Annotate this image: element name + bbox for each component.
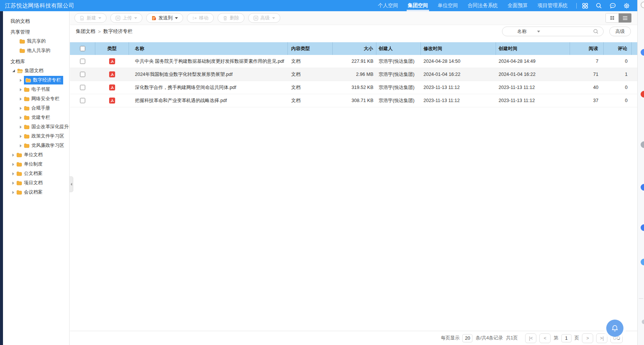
nav-project-management-system[interactable]: 项目管理系统 [533, 0, 573, 11]
sidebar-item-unit-rules[interactable]: 单位制度 [0, 160, 69, 169]
tree-collapsed-caret-icon[interactable] [20, 116, 22, 119]
next-page-button[interactable]: > [582, 333, 593, 343]
row-checkbox[interactable] [80, 59, 85, 64]
document-name-link[interactable]: 把握科技革命和产业变革机遇的战略选择.pdf [135, 98, 227, 104]
row-checkbox[interactable] [80, 72, 85, 77]
header-creator: 创建人 [376, 42, 421, 55]
sidebar-item-meeting-archives[interactable]: 会议档案 [0, 188, 69, 197]
sidebar-item-share-management[interactable]: 共享管理 [0, 27, 69, 37]
sidebar-item-project-docs[interactable]: 项目文档 [0, 178, 69, 188]
sidebar-item-party-building[interactable]: 党建专栏 [0, 113, 69, 122]
select-all-checkbox[interactable] [80, 46, 85, 51]
row-checkbox[interactable] [80, 98, 85, 103]
dock-icon[interactable] [641, 224, 644, 231]
size-cell: 308.71 KB [333, 94, 376, 107]
search-icon[interactable] [595, 2, 603, 9]
sidebar-item-network-security[interactable]: 网络安全专栏 [0, 94, 69, 104]
modified-time-cell: 2024-04-28 14:50 [421, 55, 496, 68]
header-comments: 评论 [604, 42, 632, 55]
table-row: 深化数字合作，携手构建网络空间命运共同体.pdf 文档 319.52 KB 宗浩… [70, 81, 638, 94]
document-toolbar: 新建 上传 发送到 移动 删除 高级 [70, 11, 638, 25]
sidebar-item-label: 党建专栏 [31, 114, 50, 121]
sidebar-item-unit-docs[interactable]: 单位文档 [0, 150, 69, 160]
sidebar-item-label: 党风廉政学习区 [31, 142, 64, 149]
nav-personal-space[interactable]: 个人空间 [373, 0, 403, 11]
grid-view-button[interactable] [606, 13, 619, 22]
size-cell: 319.52 KB [333, 81, 376, 94]
document-name-link[interactable]: 深化数字合作，携手构建网络空间命运共同体.pdf [135, 84, 236, 91]
tree-collapsed-caret-icon[interactable] [12, 154, 14, 157]
prev-page-button[interactable]: < [539, 333, 551, 343]
nav-budget[interactable]: 全面预算 [503, 0, 533, 11]
dock-icon[interactable] [641, 141, 644, 148]
tree-collapsed-caret-icon[interactable] [20, 88, 22, 91]
apps-icon[interactable] [581, 2, 589, 9]
dock-icon[interactable] [641, 49, 644, 56]
row-checkbox[interactable] [80, 85, 85, 90]
sidebar-item-soe-reform[interactable]: 国企改革深化提升行 [0, 122, 69, 132]
tree-collapsed-caret-icon[interactable] [12, 182, 14, 185]
settings-gear-icon[interactable] [623, 2, 630, 9]
breadcrumb-root[interactable]: 集团文档 [76, 28, 95, 35]
per-page-label: 每页显示 [441, 335, 459, 341]
move-button[interactable]: 移动 [187, 13, 214, 23]
dock-icon[interactable] [642, 320, 644, 324]
header-modified-time: 修改时间 [421, 42, 496, 55]
file-type-cell [95, 68, 129, 81]
tree-expand-caret-icon[interactable] [12, 70, 15, 72]
sidebar-item-shared-by-others[interactable]: 他人共享的 [0, 46, 69, 55]
sidebar-item-label: 我的文档 [10, 18, 30, 25]
tree-collapsed-caret-icon[interactable] [20, 98, 22, 101]
new-button[interactable]: 新建 [74, 13, 107, 23]
tree-collapsed-caret-icon[interactable] [12, 191, 14, 194]
tree-collapsed-caret-icon[interactable] [12, 163, 14, 166]
upload-button[interactable]: 上传 [110, 13, 142, 23]
document-name-link[interactable]: 2024年我国制造业数字化转型发展形势展望.pdf [135, 71, 232, 78]
tree-collapsed-caret-icon[interactable] [12, 172, 14, 175]
nav-contract-legal-system[interactable]: 合同法务系统 [463, 0, 503, 11]
first-page-button[interactable]: |< [525, 333, 536, 343]
last-page-button[interactable]: >| [596, 333, 607, 343]
sidebar-item-compliance-manual[interactable]: 合规手册 [0, 104, 69, 113]
sidebar-item-digital-economy[interactable]: 数字经济专栏 [0, 76, 69, 85]
sidebar-item-doc-library[interactable]: 文档库 [0, 57, 69, 66]
nav-unit-space[interactable]: 单位空间 [433, 0, 463, 11]
search-input[interactable]: 名称 [502, 27, 604, 36]
folder-icon [16, 190, 22, 195]
sidebar-item-shared-by-me[interactable]: 我共享的 [0, 37, 69, 46]
sidebar-collapse-handle[interactable] [70, 176, 73, 192]
list-view-button[interactable] [619, 13, 631, 22]
sidebar-item-ebook-house[interactable]: 电子书屋 [0, 85, 69, 94]
dock-icon[interactable] [641, 91, 644, 98]
document-name-link[interactable]: 中共中央 国务院关于构建数据基础制度更好发挥数据要素作用的意见.pdf [135, 58, 284, 65]
sidebar-item-policy-study[interactable]: 政策文件学习区 [0, 132, 69, 141]
dock-icon[interactable] [641, 259, 644, 265]
dock-icon[interactable] [641, 184, 644, 191]
sidebar-item-integrity-study[interactable]: 党风廉政学习区 [0, 141, 69, 150]
tree-collapsed-caret-icon[interactable] [20, 135, 22, 138]
nav-group-space[interactable]: 集团空间 [403, 0, 433, 11]
delete-button[interactable]: 删除 [218, 13, 244, 23]
advanced-button[interactable]: 高级 [248, 13, 280, 23]
page-number-input[interactable] [561, 334, 571, 342]
tree-collapsed-caret-icon[interactable] [20, 126, 22, 129]
breadcrumb-separator: > [98, 29, 101, 34]
list-view-icon [622, 16, 628, 21]
sidebar-item-my-docs[interactable]: 我的文档 [0, 16, 69, 26]
tree-collapsed-caret-icon[interactable] [20, 107, 22, 110]
send-to-button[interactable]: 发送到 [146, 13, 183, 23]
search-field-selector[interactable]: 名称 [517, 28, 540, 35]
dock-icon[interactable] [641, 1, 644, 8]
top-navigation: 个人空间 集团空间 单位空间 合同法务系统 全面预算 项目管理系统 [373, 0, 573, 11]
message-icon[interactable] [609, 2, 616, 9]
advanced-search-button[interactable]: 高级 [609, 27, 631, 36]
notification-bell-button[interactable] [606, 320, 623, 337]
file-type-cell [95, 94, 129, 107]
tree-collapsed-caret-icon[interactable] [20, 144, 22, 147]
search-magnifier-icon[interactable] [593, 28, 599, 34]
per-page-input[interactable] [462, 334, 472, 342]
sidebar-item-official-archives[interactable]: 公文档案 [0, 169, 69, 178]
tree-collapsed-caret-icon[interactable] [20, 79, 22, 82]
sidebar-item-group-docs[interactable]: 集团文档 [0, 66, 69, 76]
sidebar-item-label: 公文档案 [24, 170, 43, 177]
